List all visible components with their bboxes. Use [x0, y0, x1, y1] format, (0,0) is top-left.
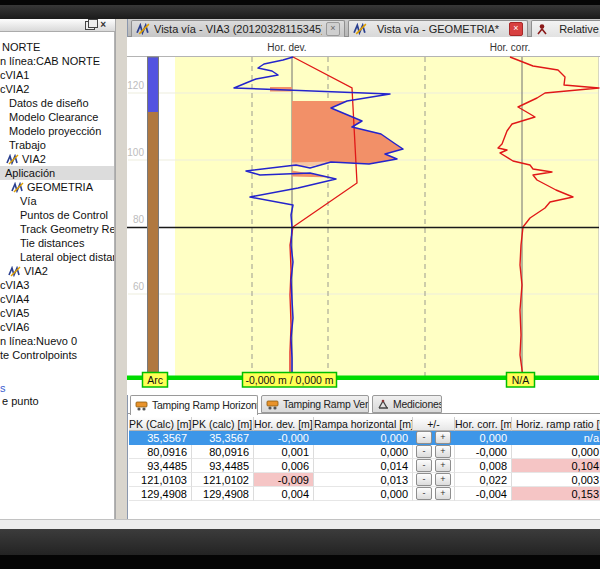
table-row[interactable]: 121,0103 121,0102 -0,009 0,013 -+ 0,022 … [129, 473, 600, 487]
track-icon [8, 266, 21, 277]
tree-item-geometria[interactable]: GEOMETRIA [0, 180, 115, 194]
table-header-row: PK (Calc) [m] PK (calc) [m] Hor. dev. [m… [129, 417, 600, 431]
window-titlebar [0, 5, 600, 19]
tick-80: 80 [133, 214, 145, 225]
track-icon [353, 23, 367, 35]
tab-label: Mediciones [393, 399, 442, 410]
chart-svg: 120 100 80 60 Hor. dev. Hor. corr. Arc -… [127, 37, 600, 395]
plot-area [175, 57, 599, 377]
bottom-black-strip [0, 555, 600, 569]
tick-60: 60 [133, 281, 145, 292]
tree-item-datos-de-diseno[interactable]: Datos de diseño [0, 96, 115, 110]
tab-vista-via-via3[interactable]: Vista vía - VIA3 (20120328115345) × [131, 20, 345, 37]
decrease-button[interactable]: - [416, 473, 432, 486]
tree-item-via6[interactable]: cVIA6 [0, 320, 115, 334]
decrease-button[interactable]: - [416, 431, 432, 444]
tab-tamping-ramp-vertical[interactable]: Tamping Ramp Vertical [261, 395, 369, 413]
tab-label: Tamping Ramp Vertical [283, 399, 369, 410]
measurement-icon [377, 399, 390, 410]
col-hor-corr: Hor. corr. [m] [455, 417, 512, 431]
decrease-button[interactable]: - [416, 487, 432, 500]
splitter[interactable] [115, 19, 127, 519]
tick-120: 120 [127, 80, 144, 91]
tab-vista-via-geometria[interactable]: Vista vía - GEOMETRIA* × [348, 20, 528, 37]
tree-item-trabajo[interactable]: Trabajo [0, 138, 115, 152]
bottom-dark-strip [0, 529, 600, 555]
close-tab-icon[interactable]: × [326, 22, 340, 36]
tree-item-linea-cab-norte[interactable]: n línea:CAB NORTE [0, 54, 115, 68]
corr-marker-label: N/A [512, 374, 530, 386]
tree-item-puntos-de-control[interactable]: Puntos de Control [0, 208, 115, 222]
relative-icon [536, 23, 548, 35]
status-strip [0, 519, 600, 529]
dev-marker-label: -0,000 m / 0,000 m [245, 374, 333, 386]
arc-marker-label: Arc [147, 374, 163, 386]
tamping-machine-icon [135, 400, 149, 411]
tab-tamping-ramp-horizontal[interactable]: Tamping Ramp Horizontal [130, 395, 258, 415]
tick-100: 100 [127, 147, 144, 158]
tab-relative[interactable]: Relative [531, 20, 600, 37]
increase-button[interactable]: + [435, 487, 451, 500]
tab-mediciones[interactable]: Mediciones [372, 395, 442, 413]
track-icon [136, 23, 150, 35]
col-ramp-ratio: Horiz. ramp ratio [%] [512, 417, 600, 431]
table-row[interactable]: 80,0916 80,0916 0,001 0,000 -+ -0,000 0,… [129, 445, 600, 459]
decrease-button[interactable]: - [416, 459, 432, 472]
tree-item-via2-doc2[interactable]: VIA2 [0, 264, 115, 278]
tamping-table: PK (Calc) [m] PK (calc) [m] Hor. dev. [m… [129, 417, 600, 515]
tab-label: Relative [552, 23, 600, 35]
tree-item-linea-nuevo-0[interactable]: n línea:Nuevo 0 [0, 334, 115, 348]
increase-button[interactable]: + [435, 459, 451, 472]
table-row[interactable]: 35,3567 35,3567 -0,000 0,000 -+ 0,000 n/… [129, 431, 600, 445]
col-plus-minus: +/- [413, 417, 455, 431]
decrease-button[interactable]: - [416, 445, 432, 458]
close-tab-icon[interactable]: × [509, 22, 523, 36]
col-pk-calc: PK (Calc) [m] [129, 417, 192, 431]
tree-item-via5[interactable]: cVIA5 [0, 306, 115, 320]
track-icon [6, 154, 19, 165]
close-panel-icon[interactable]: × [100, 20, 106, 30]
dev-axis-label: Hor. dev. [267, 42, 306, 53]
chainage-bar-blue [148, 57, 159, 112]
tree-item-track-geometry-record[interactable]: Track Geometry Record [0, 222, 115, 236]
tree-item-via4[interactable]: cVIA4 [0, 292, 115, 306]
tree-item-cutoff[interactable]: s [0, 381, 115, 395]
app-window: × NORTE n línea:CAB NORTE cVIA1 cVIA2 Da… [0, 0, 600, 569]
track-geometry-chart: 120 100 80 60 Hor. dev. Hor. corr. Arc -… [127, 37, 600, 395]
tree-item-via2[interactable]: cVIA2 [0, 82, 115, 96]
tree-item-modelo-clearance[interactable]: Modelo Clearance [0, 110, 115, 124]
project-tree: NORTE n línea:CAB NORTE cVIA1 cVIA2 Dato… [0, 32, 115, 519]
tree-item-punto[interactable]: e punto [0, 394, 115, 408]
col-hor-dev: Hor. dev. [m] [254, 417, 314, 431]
result-tabs: Tamping Ramp Horizontal Tamping Ramp Ver… [128, 395, 600, 415]
tree-item-controlpoints[interactable]: te Controlpoints [0, 348, 115, 362]
tree-item-via2-doc[interactable]: VIA2 [0, 152, 115, 166]
tree-item-norte[interactable]: NORTE [0, 40, 115, 54]
float-panel-icon[interactable] [85, 21, 95, 30]
tree-item-modelo-proyeccion[interactable]: Modelo proyección [0, 124, 115, 138]
tab-label: Vista vía - GEOMETRIA* [371, 23, 505, 35]
tab-label: Tamping Ramp Horizontal [152, 400, 258, 411]
sidebar-panel-header: × [0, 19, 115, 32]
corr-axis-label: Hor. corr. [490, 42, 531, 53]
table-row[interactable]: 129,4908 129,4908 0,004 0,000 -+ -0,004 … [129, 487, 600, 501]
track-icon [11, 182, 24, 193]
tree-item-via[interactable]: Vía [0, 194, 115, 208]
tree-item-aplicacion[interactable]: Aplicación [0, 166, 115, 180]
tamping-machine-icon [266, 399, 280, 410]
document-tabstrip: Vista vía - VIA3 (20120328115345) × Vist… [128, 19, 600, 37]
increase-button[interactable]: + [435, 445, 451, 458]
tree-item-via3[interactable]: cVIA3 [0, 278, 115, 292]
col-rampa-horizontal: Rampa horizontal [m] [314, 417, 413, 431]
tree-item-via1[interactable]: cVIA1 [0, 68, 115, 82]
col-pk-calc2: PK (calc) [m] [192, 417, 254, 431]
increase-button[interactable]: + [435, 431, 451, 444]
tab-label: Vista vía - VIA3 (20120328115345) [154, 23, 322, 35]
tree-item-tie-distances[interactable]: Tie distances [0, 236, 115, 250]
tree-item-lateral-object-distances[interactable]: Lateral object distances [0, 250, 115, 264]
table-row[interactable]: 93,4485 93,4485 0,006 0,014 -+ 0,008 0,1… [129, 459, 600, 473]
increase-button[interactable]: + [435, 473, 451, 486]
